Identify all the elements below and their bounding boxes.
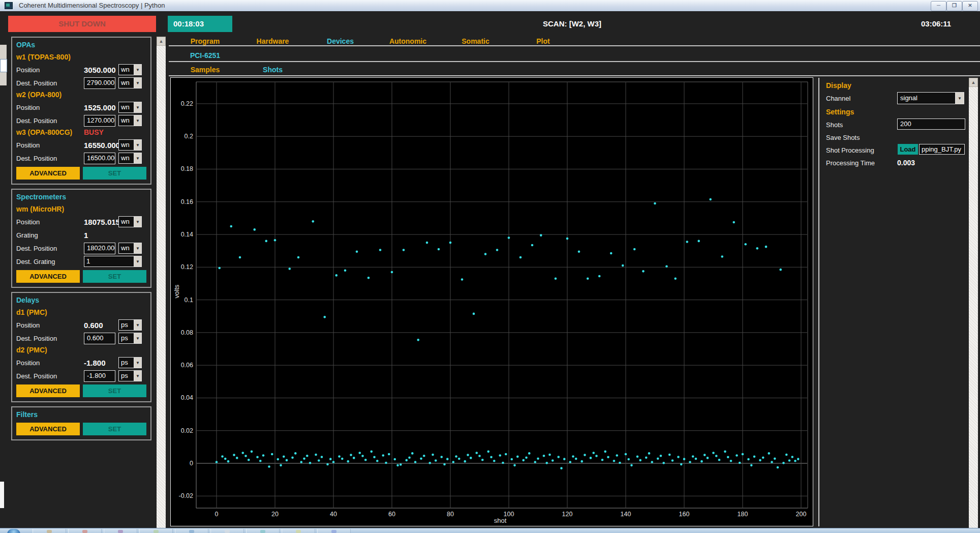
parameter-label: Dest. Position (16, 79, 84, 87)
busy-badge: BUSY (84, 128, 104, 136)
taskbar-app-button[interactable] (282, 529, 315, 533)
tab-pci-6251[interactable]: PCI-6251 (171, 51, 239, 60)
unit-dropdown[interactable]: ps▼ (118, 357, 142, 368)
close-button[interactable]: ✕ (962, 1, 978, 11)
svg-text:0.18: 0.18 (181, 165, 193, 172)
tab-shots[interactable]: Shots (239, 66, 307, 74)
unit-value: wn (119, 140, 134, 150)
processing-file-input[interactable]: pping_BJT.py (919, 144, 965, 155)
windows-taskbar[interactable] (0, 528, 980, 533)
tab-devices[interactable]: Devices (307, 37, 374, 45)
set-button[interactable]: SET (83, 167, 146, 180)
tab-samples[interactable]: Samples (171, 66, 239, 74)
svg-text:0: 0 (190, 460, 193, 467)
taskbar-app-button[interactable] (175, 529, 208, 533)
unit-dropdown[interactable]: ps▼ (118, 333, 142, 344)
chevron-down-icon[interactable]: ▼ (134, 115, 141, 126)
chevron-down-icon[interactable]: ▼ (134, 78, 141, 88)
advanced-button[interactable]: ADVANCED (16, 270, 80, 283)
taskbar-app-button[interactable] (210, 529, 244, 533)
unit-dropdown[interactable]: wn▼ (118, 153, 142, 164)
scroll-up-icon[interactable]: ▲ (157, 37, 166, 46)
channel-dropdown[interactable]: signal ▼ (897, 92, 964, 104)
chevron-down-icon[interactable]: ▼ (134, 102, 141, 112)
destination-input[interactable]: 16500.000 (84, 153, 115, 164)
chevron-down-icon[interactable]: ▼ (134, 153, 141, 163)
unit-dropdown[interactable]: wn▼ (118, 64, 142, 75)
sub-tab-bar: SamplesShots (171, 66, 307, 74)
unit-value: wn (119, 115, 134, 126)
taskbar-app-button[interactable] (139, 529, 173, 533)
set-button[interactable]: SET (83, 270, 146, 283)
destination-input[interactable]: 1270.000 (84, 115, 115, 127)
device-name: wm (MicroHR) (16, 205, 146, 213)
destination-input[interactable]: 2790.000 (84, 77, 115, 89)
tab-program[interactable]: Program (171, 37, 239, 45)
unit-dropdown[interactable]: wn▼ (118, 139, 142, 151)
shot-processing-label: Shot Processing (826, 146, 874, 154)
load-button[interactable]: Load (898, 144, 918, 155)
unit-dropdown[interactable]: wn▼ (118, 115, 142, 126)
taskbar-app-button[interactable] (246, 529, 280, 533)
tab-autonomic[interactable]: Autonomic (374, 37, 442, 45)
start-button[interactable] (7, 529, 20, 533)
tab-hardware[interactable]: Hardware (239, 37, 307, 45)
hardware-sidebar: OPAsw1 (TOPAS-800)Position3050.000wn▼Des… (11, 37, 151, 445)
svg-text:0: 0 (215, 511, 219, 518)
position-readout: -1.800 (84, 359, 115, 367)
panel-separator (818, 78, 819, 526)
svg-text:80: 80 (447, 511, 454, 518)
shots-input[interactable]: 200 (897, 119, 965, 130)
right-scrollbar[interactable]: ▲ ▼ (969, 78, 978, 533)
svg-text:60: 60 (388, 511, 395, 518)
taskbar-app-button[interactable] (104, 529, 137, 533)
restore-button[interactable]: ❐ (946, 1, 962, 11)
chevron-down-icon[interactable]: ▼ (134, 320, 141, 330)
svg-text:0.02: 0.02 (181, 427, 193, 434)
chevron-down-icon[interactable]: ▼ (134, 256, 141, 266)
chevron-down-icon[interactable]: ▼ (134, 371, 141, 381)
parameter-row: Position1525.000wn▼ (16, 102, 146, 113)
chevron-down-icon[interactable]: ▼ (134, 243, 141, 253)
grating-dropdown[interactable]: 1▼ (84, 256, 142, 267)
svg-text:0.16: 0.16 (181, 198, 193, 205)
sidebar-scrollbar[interactable]: ▲ ▼ (157, 37, 166, 533)
shots-scatter-plot: -0.0200.020.040.060.080.10.120.140.160.1… (170, 77, 813, 526)
position-readout: 3050.000 (84, 66, 115, 74)
timer-readout: 00:18:03 (168, 16, 232, 32)
parameter-label: Dest. Position (16, 155, 84, 162)
destination-input[interactable]: -1.800 (84, 370, 115, 382)
scroll-up-icon[interactable]: ▲ (969, 78, 978, 87)
chevron-down-icon[interactable]: ▼ (134, 140, 141, 150)
taskbar-app-button[interactable] (33, 529, 66, 533)
device-name: w1 (TOPAS-800) (16, 53, 146, 61)
minimize-button[interactable]: ─ (931, 1, 946, 11)
set-button[interactable]: SET (83, 423, 146, 435)
unit-dropdown[interactable]: wn▼ (118, 243, 142, 254)
chevron-down-icon[interactable]: ▼ (134, 333, 141, 343)
taskbar-app-button[interactable] (317, 529, 351, 533)
destination-input[interactable]: 0.600 (84, 333, 115, 344)
tab-plot[interactable]: Plot (509, 37, 577, 45)
shutdown-button[interactable]: SHUT DOWN (8, 16, 156, 32)
taskbar-app-button[interactable] (68, 529, 102, 533)
unit-dropdown[interactable]: wn▼ (118, 102, 142, 113)
button-row: ADVANCEDSET (16, 167, 146, 180)
unit-dropdown[interactable]: ps▼ (118, 370, 142, 381)
app-window: SHUT DOWN 00:18:03 SCAN: [W2, W3] 03:06:… (0, 11, 980, 528)
unit-dropdown[interactable]: wn▼ (118, 77, 142, 88)
chevron-down-icon[interactable]: ▼ (955, 93, 964, 104)
parameter-row: Position16550.000wn▼ (16, 139, 146, 151)
tab-somatic[interactable]: Somatic (442, 37, 509, 45)
advanced-button[interactable]: ADVANCED (16, 423, 80, 435)
advanced-button[interactable]: ADVANCED (16, 384, 80, 397)
set-button[interactable]: SET (83, 384, 146, 397)
advanced-button[interactable]: ADVANCED (16, 167, 80, 180)
unit-dropdown[interactable]: ps▼ (118, 319, 142, 331)
chevron-down-icon[interactable]: ▼ (134, 358, 141, 368)
destination-input[interactable]: 18020.000 (84, 243, 115, 254)
chevron-down-icon[interactable]: ▼ (134, 65, 141, 75)
unit-dropdown[interactable]: wn▼ (118, 216, 142, 227)
svg-text:40: 40 (330, 511, 337, 518)
chevron-down-icon[interactable]: ▼ (134, 217, 141, 227)
